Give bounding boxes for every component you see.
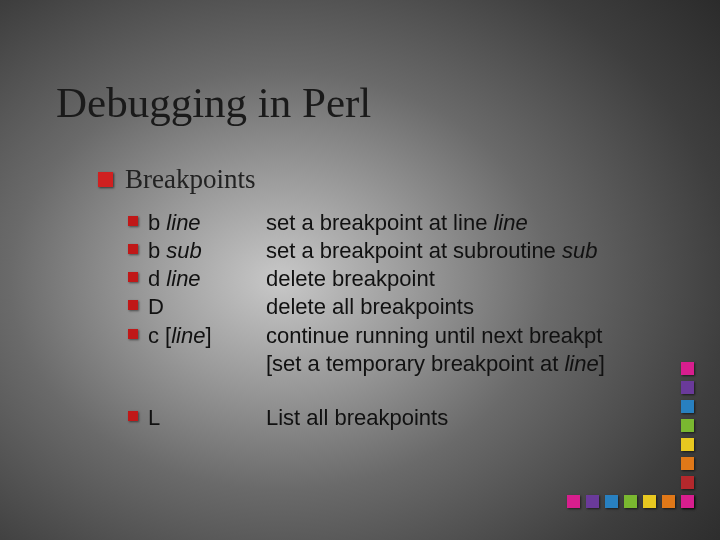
bullet-icon xyxy=(128,244,138,254)
section-heading: Breakpoints xyxy=(125,164,255,195)
list-item: b line set a breakpoint at line line xyxy=(128,209,636,237)
deco-square xyxy=(643,495,656,508)
bullet-icon xyxy=(98,172,113,187)
bullet-icon xyxy=(128,300,138,310)
description: set a breakpoint at line line xyxy=(266,209,528,237)
command: L xyxy=(148,404,266,432)
description: List all breakpoints xyxy=(266,404,448,432)
deco-square xyxy=(605,495,618,508)
bullet-icon xyxy=(128,329,138,339)
list-item: b sub set a breakpoint at subroutine sub xyxy=(128,237,636,265)
deco-square xyxy=(567,495,580,508)
deco-square xyxy=(681,362,694,375)
list-item: D delete all breakpoints xyxy=(128,293,636,321)
section: Breakpoints b line set a breakpoint at l… xyxy=(98,164,636,432)
description: continue running until next breakpt [set… xyxy=(266,322,636,378)
bullet-icon xyxy=(128,272,138,282)
list-item: L List all breakpoints xyxy=(128,404,636,432)
deco-square xyxy=(681,381,694,394)
command: d line xyxy=(148,265,266,293)
bullet-icon xyxy=(128,411,138,421)
command: c [line] xyxy=(148,322,266,350)
bullet-icon xyxy=(128,216,138,226)
deco-square xyxy=(681,438,694,451)
deco-square xyxy=(662,495,675,508)
command: b line xyxy=(148,209,266,237)
section-header: Breakpoints xyxy=(98,164,636,195)
deco-square xyxy=(681,400,694,413)
command: D xyxy=(148,293,266,321)
description: delete all breakpoints xyxy=(266,293,474,321)
list-item: d line delete breakpoint xyxy=(128,265,636,293)
deco-square xyxy=(681,419,694,432)
decoration-vertical xyxy=(681,362,694,508)
deco-square xyxy=(681,476,694,489)
description: set a breakpoint at subroutine sub xyxy=(266,237,597,265)
decoration-horizontal xyxy=(567,495,694,508)
command: b sub xyxy=(148,237,266,265)
slide-title: Debugging in Perl xyxy=(56,78,371,127)
description: delete breakpoint xyxy=(266,265,435,293)
list-item: c [line] continue running until next bre… xyxy=(128,322,636,378)
deco-square xyxy=(681,457,694,470)
deco-square xyxy=(681,495,694,508)
deco-square xyxy=(624,495,637,508)
items-list: b line set a breakpoint at line line b s… xyxy=(128,209,636,432)
deco-square xyxy=(586,495,599,508)
